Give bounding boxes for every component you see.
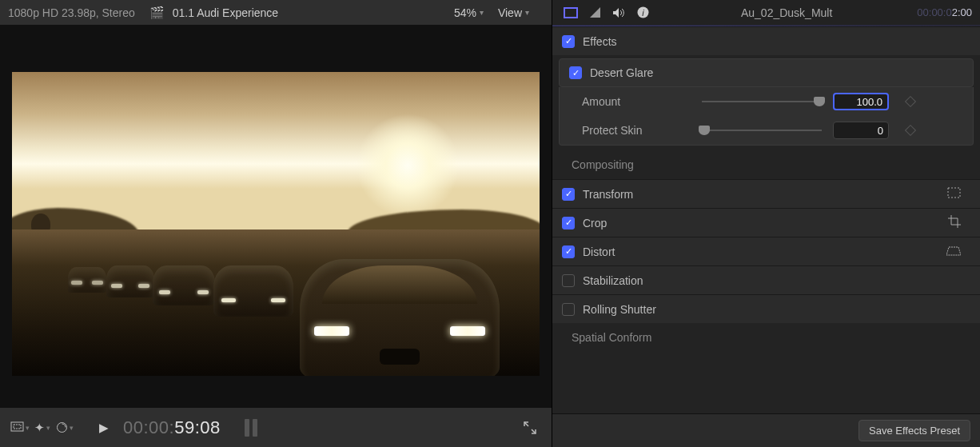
inspector-pane: i Au_02_Dusk_Mult 00:00:02:00 Effects De… [552, 0, 980, 447]
tc-dim: 00:00:0 [917, 6, 951, 18]
rolling-shutter-label: Rolling Shutter [583, 303, 656, 316]
amount-slider[interactable] [702, 95, 822, 108]
param-row-protect-skin: Protect Skin 0 [559, 116, 974, 146]
param-row-amount: Amount 100.0 [559, 87, 974, 116]
viewer-canvas[interactable] [0, 26, 552, 407]
keyframe-button[interactable] [905, 125, 916, 136]
protect-skin-slider[interactable] [702, 124, 822, 137]
crop-checkbox[interactable] [562, 217, 575, 229]
stabilization-checkbox[interactable] [562, 274, 575, 287]
crop-label: Crop [583, 217, 607, 229]
play-button[interactable]: ▶ [99, 421, 109, 435]
retime-tool-button[interactable]: ▾ [54, 417, 75, 438]
crop-icon[interactable] [948, 215, 961, 230]
inspector-timecode: 00:00:02:00 [917, 6, 972, 18]
chevron-down-icon: ▾ [70, 424, 74, 432]
stabilization-section[interactable]: Stabilization [552, 265, 980, 294]
crop-section[interactable]: Crop [552, 208, 980, 237]
effects-label: Effects [583, 35, 617, 48]
spatial-conform-category[interactable]: Spatial Conform [552, 323, 980, 352]
view-menu-button[interactable]: View [498, 6, 522, 19]
effect-checkbox[interactable] [569, 66, 582, 79]
effects-section[interactable]: Effects [552, 26, 980, 55]
viewer-pane: 1080p HD 23.98p, Stereo 🎬 01.1 Audi Expe… [0, 0, 552, 447]
distort-icon[interactable] [946, 245, 961, 258]
transform-checkbox[interactable] [562, 188, 575, 201]
chevron-down-icon: ▾ [46, 424, 50, 432]
svg-rect-6 [564, 17, 578, 18]
transform-label: Transform [583, 188, 633, 201]
compositing-category[interactable]: Compositing [552, 150, 980, 179]
info-inspector-tab[interactable]: i [632, 4, 653, 22]
viewer-footer: ▾ ✦▾ ▾ ▶ 00:00:59:08 [0, 407, 552, 447]
clapperboard-icon: 🎬 [149, 6, 165, 20]
inspector-body: Effects Desert Glare Amount 100.0 Protec… [552, 26, 980, 413]
distort-label: Distort [583, 245, 615, 258]
enhance-tool-button[interactable]: ✦▾ [32, 417, 53, 438]
svg-rect-0 [11, 422, 23, 431]
video-inspector-tab[interactable] [560, 4, 581, 22]
keyframe-button[interactable] [905, 96, 916, 107]
rolling-shutter-section[interactable]: Rolling Shutter [552, 294, 980, 323]
distort-checkbox[interactable] [562, 245, 575, 258]
video-frame [12, 72, 540, 376]
stabilization-label: Stabilization [583, 274, 643, 287]
spatial-conform-label: Spatial Conform [572, 331, 651, 344]
effects-checkbox[interactable] [562, 35, 575, 48]
transform-icon[interactable] [947, 187, 961, 201]
audio-meter [245, 419, 257, 437]
timecode-current: 59:08 [174, 417, 221, 437]
svg-rect-1 [14, 425, 21, 429]
svg-rect-9 [948, 188, 960, 198]
chevron-down-icon: ▾ [26, 424, 30, 432]
fullscreen-button[interactable] [520, 417, 540, 438]
view-chevron-icon[interactable]: ▾ [525, 8, 529, 17]
inspector-header: i Au_02_Dusk_Mult 00:00:02:00 [552, 0, 980, 26]
clip-title: 01.1 Audi Experience [173, 6, 454, 19]
color-inspector-tab[interactable] [584, 4, 605, 22]
rolling-shutter-checkbox[interactable] [562, 303, 575, 316]
svg-rect-4 [565, 9, 576, 17]
compositing-label: Compositing [572, 158, 634, 171]
format-label: 1080p HD 23.98p, Stereo [8, 6, 135, 19]
inspector-footer: Save Effects Preset [552, 413, 980, 447]
inspector-clip-name: Au_02_Dusk_Mult [656, 6, 917, 19]
param-label: Amount [582, 95, 702, 108]
audio-inspector-tab[interactable] [608, 4, 629, 22]
amount-value-input[interactable]: 100.0 [833, 93, 889, 110]
zoom-level[interactable]: 54% [454, 6, 476, 19]
param-label: Protect Skin [582, 124, 702, 137]
timecode-dim: 00:00: [123, 417, 174, 437]
protect-skin-value-input[interactable]: 0 [833, 122, 889, 139]
transform-section[interactable]: Transform [552, 179, 980, 208]
save-effects-preset-button[interactable]: Save Effects Preset [858, 420, 970, 441]
tc-last: 2:00 [952, 6, 972, 18]
effect-row[interactable]: Desert Glare [559, 58, 974, 87]
svg-rect-5 [564, 7, 578, 9]
transform-tool-button[interactable]: ▾ [10, 417, 30, 438]
viewer-header: 1080p HD 23.98p, Stereo 🎬 01.1 Audi Expe… [0, 0, 552, 26]
viewer-timecode[interactable]: 00:00:59:08 [123, 417, 221, 438]
distort-section[interactable]: Distort [552, 237, 980, 265]
zoom-chevron-icon[interactable]: ▾ [480, 8, 484, 17]
effect-name: Desert Glare [590, 66, 653, 79]
